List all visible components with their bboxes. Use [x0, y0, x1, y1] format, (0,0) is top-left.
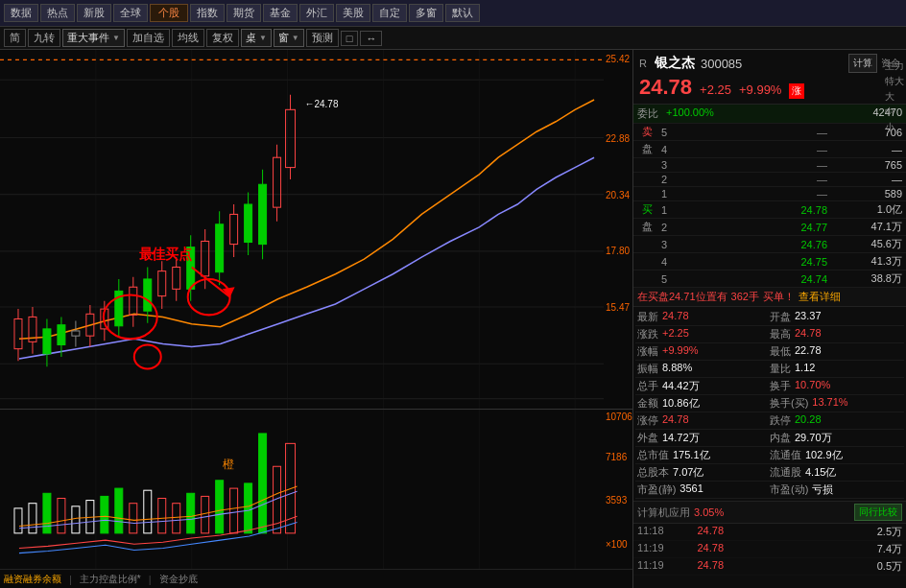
svg-text:3593: 3593 [606, 495, 628, 506]
sell-row-1: 1 — 589 [633, 187, 906, 201]
calc-row: 计算机应用 3.05% 同行比较 [633, 501, 906, 524]
chart-events-dropdown[interactable]: 重大事件 [62, 29, 125, 47]
trade-price-0: 24.78 [676, 525, 724, 539]
right-side-labels: 主力 特大 大 中 小 [883, 58, 906, 136]
toolbar-stock[interactable]: 个股 [150, 4, 188, 22]
chart-bottom-tab1[interactable]: 融资融券余额 [4, 573, 61, 586]
stock-r-label: R [639, 58, 647, 69]
trade-vol-2: 0.5万 [724, 559, 902, 574]
svg-rect-93 [29, 504, 36, 533]
toolbar-default[interactable]: 默认 [445, 4, 480, 22]
chart-desk-dropdown[interactable]: 桌 [241, 29, 272, 47]
sd-row-1: 涨跌+2.25 最高24.78 [635, 326, 904, 343]
svg-point-85 [134, 345, 161, 369]
stock-name: 银之杰 [655, 55, 695, 72]
toolbar-futures[interactable]: 期货 [226, 4, 261, 22]
buy-row-2: 盘 2 24.77 47.1万 [633, 219, 906, 236]
sd-row-5: 金额10.86亿 换手(买)13.71% [635, 395, 904, 412]
chart-forecast[interactable]: 预测 [306, 29, 339, 47]
rs-label-main: 主力 [885, 59, 904, 73]
svg-rect-40 [144, 279, 152, 311]
sd-row-4: 总手44.42万 换手10.70% [635, 378, 904, 395]
sd-row-7: 外盘14.72万 内盘29.70万 [635, 430, 904, 447]
svg-rect-64 [259, 184, 267, 244]
chart-rights[interactable]: 复权 [206, 29, 239, 47]
rs-label-big: 特大 [885, 75, 904, 88]
weizhi-val: +100.00% [666, 106, 872, 121]
chart-ma[interactable]: 均线 [172, 29, 204, 47]
stock-change: +2.25 [700, 82, 731, 97]
toolbar-us[interactable]: 美股 [336, 4, 370, 22]
rs-label-da: 大 [885, 90, 904, 104]
trade-price-2: 24.78 [676, 559, 724, 574]
order-book: 卖 5 — 706 盘 4 — — 3 — 765 2 — — [633, 124, 906, 288]
svg-point-83 [104, 295, 157, 340]
chart-area[interactable]: ←24.78 25.42 22.88 20.34 17.80 15.47 最佳买… [0, 50, 632, 588]
svg-rect-58 [230, 214, 238, 244]
sd-row-6: 涨停24.78 跌停20.28 [635, 412, 904, 430]
toolbar-newstock[interactable]: 新股 [77, 4, 111, 22]
trade-row-2: 11:19 24.78 0.5万 [633, 558, 906, 576]
sell-price-5: — [672, 127, 835, 138]
toolbar-custom[interactable]: 自定 [372, 4, 407, 22]
stock-header: R 银之杰 300085 计算 资金 24.78 +2.25 +9.99% 涨 [633, 50, 906, 105]
svg-rect-70 [286, 109, 296, 167]
chart-bottom-tab3[interactable]: 资金抄底 [159, 573, 198, 586]
svg-rect-107 [230, 488, 238, 533]
toolbar-fund[interactable]: 基金 [263, 4, 298, 22]
svg-rect-106 [216, 481, 224, 533]
svg-text:15.47: 15.47 [606, 302, 630, 313]
trade-price-1: 24.78 [676, 542, 724, 556]
stock-code: 300085 [701, 57, 742, 71]
trade-row-0: 11:18 24.78 2.5万 [633, 524, 906, 541]
rs-label-zhong: 中 [885, 106, 904, 119]
svg-rect-87 [0, 409, 632, 410]
svg-rect-102 [158, 499, 166, 533]
svg-rect-25 [72, 331, 80, 336]
chart-add-watchlist[interactable]: 加自选 [127, 29, 170, 47]
svg-rect-94 [43, 493, 51, 533]
chart-bottom-tab2[interactable]: 主力控盘比例* [80, 573, 141, 586]
chart-fullscreen[interactable]: □ [341, 31, 359, 46]
rs-label-xiao: 小 [885, 121, 904, 134]
chart-toolbar: 简 九转 重大事件 加自选 均线 复权 桌 窗 预测 □ ↔ [0, 27, 906, 50]
info-bar-detail[interactable]: 查看详细 [799, 290, 841, 304]
toolbar-hot[interactable]: 热点 [40, 4, 75, 22]
toolbar-global[interactable]: 全球 [113, 4, 148, 22]
buy-row-3: 3 24.76 45.6万 [633, 236, 906, 253]
sell-level-5: 5 [656, 127, 672, 138]
svg-rect-92 [14, 508, 22, 533]
peer-compare-button[interactable]: 同行比较 [854, 504, 902, 521]
main-content: ←24.78 25.42 22.88 20.34 17.80 15.47 最佳买… [0, 50, 906, 588]
sell-row-4: 盘 4 — — [633, 141, 906, 158]
svg-rect-13 [14, 319, 22, 349]
chart-window-dropdown[interactable]: 窗 [274, 29, 304, 47]
chart-crosshair[interactable]: ↔ [360, 31, 382, 46]
svg-rect-104 [187, 493, 195, 533]
svg-point-84 [188, 279, 230, 315]
info-bar: 在买盘24.71位置有 362手 买单！ 查看详细 [633, 288, 906, 307]
calc-industry: 计算机应用 [637, 506, 690, 520]
svg-rect-55 [216, 224, 224, 272]
toolbar-forex[interactable]: 外汇 [299, 4, 334, 22]
stock-data: 最新24.78 开盘23.37 涨跌+2.25 最高24.78 涨幅+9.99%… [633, 307, 906, 501]
toolbar-multiwin[interactable]: 多窗 [409, 4, 443, 22]
svg-rect-67 [274, 157, 281, 207]
chart-nine-turn[interactable]: 九转 [28, 29, 60, 47]
weizhi-row: 委比 +100.00% 42470 [633, 105, 906, 124]
limit-up-badge: 涨 [789, 83, 804, 99]
chart-simple[interactable]: 简 [4, 29, 26, 47]
svg-rect-61 [245, 204, 252, 242]
sell-label: 卖 [637, 125, 656, 139]
svg-text:橙: 橙 [223, 458, 234, 471]
toolbar-data[interactable]: 数据 [4, 4, 38, 22]
svg-text:7186: 7186 [606, 452, 628, 462]
toolbar-index[interactable]: 指数 [190, 4, 225, 22]
svg-text:20.34: 20.34 [606, 190, 630, 200]
svg-rect-99 [115, 488, 123, 533]
svg-text:×100: ×100 [606, 539, 628, 550]
svg-rect-96 [72, 506, 80, 533]
trade-time-0: 11:18 [637, 525, 676, 539]
svg-rect-108 [245, 483, 252, 533]
calc-button[interactable]: 计算 [848, 54, 877, 73]
